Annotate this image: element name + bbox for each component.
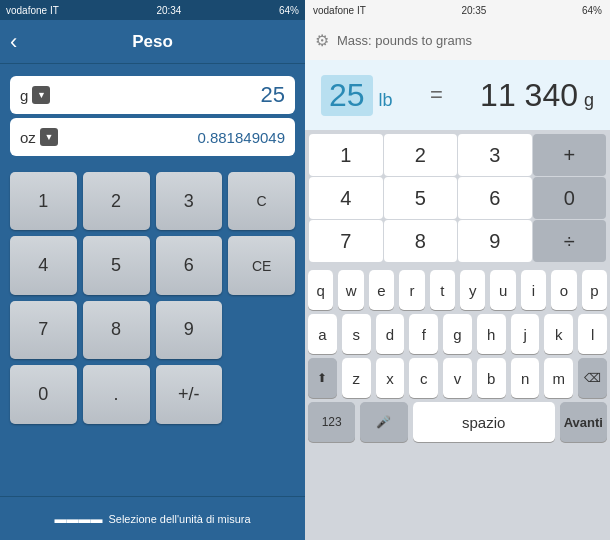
- kb-key-h[interactable]: h: [477, 314, 506, 354]
- key-±[interactable]: +/-: [156, 365, 223, 423]
- key-1[interactable]: 1: [10, 172, 77, 230]
- left-panel: vodafone IT 20:34 64% ‹ Peso g ▼ 25 oz ▼…: [0, 0, 305, 540]
- key-5[interactable]: 5: [83, 236, 150, 294]
- num-key[interactable]: 123: [308, 402, 355, 442]
- conversion-display: 25 lb = 11 340 g: [305, 60, 610, 130]
- key-CE[interactable]: CE: [228, 236, 295, 294]
- kb-key-p[interactable]: p: [582, 270, 607, 310]
- r-key-5[interactable]: 5: [384, 177, 458, 219]
- key-6[interactable]: 6: [156, 236, 223, 294]
- left-time: 20:34: [156, 5, 181, 16]
- key-C[interactable]: C: [228, 172, 295, 230]
- dropdown-arrow-2[interactable]: ▼: [40, 128, 58, 146]
- page-title: Peso: [132, 32, 173, 52]
- unit-row-1: g ▼ 25: [10, 76, 295, 114]
- keyboard-row: qwertyuiop: [305, 266, 610, 310]
- keyboard-row: ⬆zxcvbnm⌫: [305, 354, 610, 398]
- unit-label-2: oz: [20, 129, 36, 146]
- kb-key-b[interactable]: b: [477, 358, 506, 398]
- kb-key-i[interactable]: i: [521, 270, 546, 310]
- r-key-2[interactable]: 2: [384, 134, 458, 176]
- key-2[interactable]: 2: [83, 172, 150, 230]
- left-bottom-bar: ▬▬▬▬ Selezione dell'unità di misura: [0, 496, 305, 540]
- r-key-÷[interactable]: ÷: [533, 220, 607, 262]
- to-unit: g: [584, 90, 594, 111]
- left-keypad: 123C456CE7890.+/-: [0, 164, 305, 496]
- kb-key-q[interactable]: q: [308, 270, 333, 310]
- ruler-icon: ▬▬▬▬: [54, 512, 102, 526]
- kb-key-u[interactable]: u: [490, 270, 515, 310]
- bottom-label: Selezione dell'unità di misura: [108, 513, 250, 525]
- keyboard-section: qwertyuiopasdfghjkl⬆zxcvbnm⌫123🎤spazioAv…: [305, 266, 610, 540]
- kb-key-d[interactable]: d: [376, 314, 405, 354]
- unit-row-2: oz ▼ 0.881849049: [10, 118, 295, 156]
- avanti-button[interactable]: Avanti: [560, 402, 607, 442]
- from-value: 25 lb: [321, 75, 393, 116]
- kb-key-w[interactable]: w: [338, 270, 363, 310]
- kb-key-s[interactable]: s: [342, 314, 371, 354]
- kb-key-v[interactable]: v: [443, 358, 472, 398]
- key-9[interactable]: 9: [156, 301, 223, 359]
- to-number: 11 340: [480, 77, 578, 114]
- mic-button[interactable]: 🎤: [360, 402, 407, 442]
- r-key-+[interactable]: +: [533, 134, 607, 176]
- r-key-3[interactable]: 3: [458, 134, 532, 176]
- unit-display: g ▼ 25 oz ▼ 0.881849049: [0, 64, 305, 164]
- from-number: 25: [321, 75, 373, 116]
- kb-key-x[interactable]: x: [376, 358, 405, 398]
- dropdown-arrow-1[interactable]: ▼: [32, 86, 50, 104]
- right-subtitle: Mass: pounds to grams: [337, 33, 472, 48]
- left-status-bar: vodafone IT 20:34 64%: [0, 0, 305, 20]
- shift-button[interactable]: ⬆: [308, 358, 337, 398]
- kb-key-e[interactable]: e: [369, 270, 394, 310]
- kb-key-r[interactable]: r: [399, 270, 424, 310]
- key-.[interactable]: .: [83, 365, 150, 423]
- left-carrier: vodafone IT: [6, 5, 59, 16]
- kb-key-o[interactable]: o: [551, 270, 576, 310]
- right-panel: vodafone IT 20:35 64% ⚙ Mass: pounds to …: [305, 0, 610, 540]
- kb-key-a[interactable]: a: [308, 314, 337, 354]
- kb-key-l[interactable]: l: [578, 314, 607, 354]
- unit-value-1: 25: [261, 82, 285, 108]
- kb-key-y[interactable]: y: [460, 270, 485, 310]
- r-key-4[interactable]: 4: [309, 177, 383, 219]
- keyboard-bottom-row: 123🎤spazioAvanti: [305, 398, 610, 448]
- kb-key-t[interactable]: t: [430, 270, 455, 310]
- kb-key-n[interactable]: n: [511, 358, 540, 398]
- r-key-1[interactable]: 1: [309, 134, 383, 176]
- right-carrier: vodafone IT: [313, 5, 366, 16]
- unit-label-1: g: [20, 87, 28, 104]
- r-key-0[interactable]: 0: [533, 177, 607, 219]
- key-8[interactable]: 8: [83, 301, 150, 359]
- right-status-bar: vodafone IT 20:35 64%: [305, 0, 610, 20]
- right-battery: 64%: [582, 5, 602, 16]
- key-7[interactable]: 7: [10, 301, 77, 359]
- delete-button[interactable]: ⌫: [578, 358, 607, 398]
- space-button[interactable]: spazio: [413, 402, 555, 442]
- kb-key-f[interactable]: f: [409, 314, 438, 354]
- key-0[interactable]: 0: [10, 365, 77, 423]
- kb-key-k[interactable]: k: [544, 314, 573, 354]
- r-key-9[interactable]: 9: [458, 220, 532, 262]
- keyboard-row: asdfghjkl: [305, 310, 610, 354]
- key-4[interactable]: 4: [10, 236, 77, 294]
- unit-selector-2[interactable]: oz ▼: [20, 128, 58, 146]
- unit-selector-1[interactable]: g ▼: [20, 86, 50, 104]
- right-keypad: 123+4560789÷: [305, 130, 610, 266]
- kb-key-c[interactable]: c: [409, 358, 438, 398]
- r-key-8[interactable]: 8: [384, 220, 458, 262]
- kb-key-j[interactable]: j: [511, 314, 540, 354]
- from-unit: lb: [379, 90, 393, 111]
- key-3[interactable]: 3: [156, 172, 223, 230]
- left-battery: 64%: [279, 5, 299, 16]
- kb-key-m[interactable]: m: [544, 358, 573, 398]
- kb-key-g[interactable]: g: [443, 314, 472, 354]
- gear-icon[interactable]: ⚙: [315, 31, 329, 50]
- right-nav-bar: ⚙ Mass: pounds to grams: [305, 20, 610, 60]
- kb-key-z[interactable]: z: [342, 358, 371, 398]
- r-key-7[interactable]: 7: [309, 220, 383, 262]
- left-nav-bar: ‹ Peso: [0, 20, 305, 64]
- equals-sign: =: [430, 82, 443, 108]
- back-button[interactable]: ‹: [10, 29, 17, 55]
- r-key-6[interactable]: 6: [458, 177, 532, 219]
